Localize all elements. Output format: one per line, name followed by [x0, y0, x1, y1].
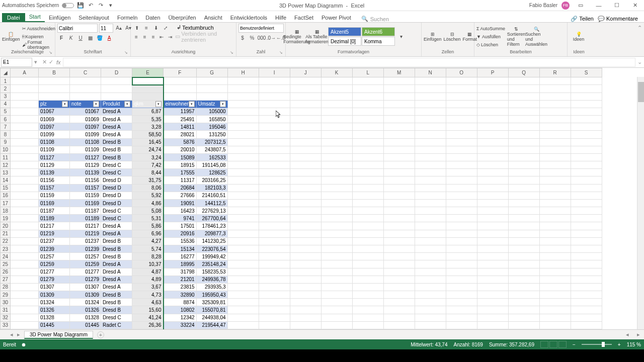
cell-O31[interactable]	[446, 306, 477, 314]
cell-F31[interactable]: 10802	[164, 306, 197, 314]
cell-A3[interactable]	[11, 93, 39, 100]
cell-Q18[interactable]	[508, 207, 539, 215]
find-select-button[interactable]: 🔍Suchen und Auswählen	[527, 24, 545, 49]
cell-Q25[interactable]	[508, 260, 539, 268]
cell-I25[interactable]	[259, 260, 290, 268]
cell-J22[interactable]	[290, 237, 321, 245]
cell-L31[interactable]	[352, 306, 383, 314]
cell-E7[interactable]: 3,28	[132, 123, 164, 131]
cell-A12[interactable]	[11, 161, 39, 169]
cell-J26[interactable]	[290, 268, 321, 276]
cell-G24[interactable]: 199949,42	[196, 253, 227, 260]
cell-E9[interactable]: 16,45	[132, 138, 164, 146]
row-header-22[interactable]: 22	[1, 237, 11, 245]
increase-decimal-icon[interactable]: .0→	[267, 34, 275, 42]
cell-M11[interactable]	[383, 153, 415, 161]
cell-H24[interactable]	[227, 253, 259, 260]
cell-J28[interactable]	[290, 283, 321, 291]
cell-M8[interactable]	[383, 131, 415, 138]
cell-Q23[interactable]	[508, 245, 539, 252]
cell-H28[interactable]	[227, 283, 259, 291]
cell-P30[interactable]	[477, 299, 508, 306]
cell-O30[interactable]	[446, 299, 477, 306]
cell-E10[interactable]: 24,74	[132, 146, 164, 153]
cell-S21[interactable]	[571, 230, 602, 237]
cell-L30[interactable]	[352, 299, 383, 306]
cell-B25[interactable]: 01259	[39, 260, 70, 268]
cell-M19[interactable]	[383, 215, 415, 222]
cell-N28[interactable]	[415, 283, 446, 291]
cell-F16[interactable]: 27666	[164, 192, 197, 199]
cell-L29[interactable]	[352, 291, 383, 299]
cell-P10[interactable]	[477, 146, 508, 153]
cell-D23[interactable]: Dresd B	[101, 245, 132, 252]
row-header-5[interactable]: 5	[1, 108, 11, 115]
cells-delete-button[interactable]: ⊟Löschen	[444, 24, 461, 49]
cell-I31[interactable]	[259, 306, 290, 314]
cell-C31[interactable]: 01326	[70, 306, 101, 314]
cell-F14[interactable]: 11317	[164, 176, 197, 184]
column-header-G[interactable]: G	[196, 68, 227, 77]
cell-N29[interactable]	[415, 291, 446, 299]
cell-L32[interactable]	[352, 314, 383, 321]
cell-K23[interactable]	[321, 245, 352, 252]
tab-factset[interactable]: FactSet	[290, 13, 317, 22]
cell-G11[interactable]: 162533	[196, 153, 227, 161]
cell-R8[interactable]	[539, 131, 571, 138]
cell-B16[interactable]: 01159	[39, 192, 70, 199]
cell-Q5[interactable]	[508, 108, 539, 115]
cell-G29[interactable]: 195950,43	[196, 291, 227, 299]
cell-A14[interactable]	[11, 176, 39, 184]
cell-C23[interactable]: 01239	[70, 245, 101, 252]
cell-I13[interactable]	[259, 169, 290, 176]
cell-M30[interactable]	[383, 299, 415, 306]
cell-E15[interactable]: 8,06	[132, 184, 164, 192]
cell-A11[interactable]	[11, 153, 39, 161]
cell-N14[interactable]	[415, 176, 446, 184]
cell-N19[interactable]	[415, 215, 446, 222]
cell-F8[interactable]: 28021	[164, 131, 197, 138]
cell-M15[interactable]	[383, 184, 415, 192]
cell-K5[interactable]	[321, 108, 352, 115]
cell-J3[interactable]	[290, 93, 321, 100]
column-header-P[interactable]: P	[477, 68, 508, 77]
cell-L28[interactable]	[352, 283, 383, 291]
cell-Q22[interactable]	[508, 237, 539, 245]
cell-G33[interactable]: 219544,47	[196, 321, 227, 329]
cell-I19[interactable]	[259, 215, 290, 222]
filter-icon[interactable]: ▾	[189, 101, 195, 107]
formula-bar[interactable]	[63, 58, 635, 67]
cell-E18[interactable]: 5,08	[132, 207, 164, 215]
cell-B29[interactable]: 01309	[39, 291, 70, 299]
cell-F23[interactable]: 15134	[164, 245, 197, 252]
cell-B7[interactable]: 01097	[39, 123, 70, 131]
cell-I3[interactable]	[259, 93, 290, 100]
cell-P11[interactable]	[477, 153, 508, 161]
cell-D28[interactable]: Dresd A	[101, 283, 132, 291]
cell-N10[interactable]	[415, 146, 446, 153]
cell-M32[interactable]	[383, 314, 415, 321]
cell-P26[interactable]	[477, 268, 508, 276]
cell-B30[interactable]: 01324	[39, 299, 70, 306]
style-komma[interactable]: Komma	[362, 37, 395, 46]
cell-N12[interactable]	[415, 161, 446, 169]
cell-E23[interactable]: 5,74	[132, 245, 164, 252]
cell-S32[interactable]	[571, 314, 602, 321]
cell-D21[interactable]: Dresd A	[101, 230, 132, 237]
column-header-J[interactable]: J	[290, 68, 321, 77]
cell-E1[interactable]	[132, 77, 164, 85]
cell-G23[interactable]: 223076,54	[196, 245, 227, 252]
cell-E12[interactable]: 7,42	[132, 161, 164, 169]
cell-L3[interactable]	[352, 93, 383, 100]
cell-I27[interactable]	[259, 276, 290, 283]
row-header-4[interactable]: 4	[1, 100, 11, 108]
cell-H5[interactable]	[227, 108, 259, 115]
thousands-icon[interactable]: 000	[258, 34, 266, 42]
cell-G6[interactable]: 165850	[196, 116, 227, 123]
align-middle-icon[interactable]: ≡	[142, 24, 150, 32]
cell-M1[interactable]	[383, 77, 415, 85]
row-header-30[interactable]: 30	[1, 299, 11, 306]
cell-R11[interactable]	[539, 153, 571, 161]
cell-D18[interactable]: Dresd C	[101, 207, 132, 215]
cell-H13[interactable]	[227, 169, 259, 176]
